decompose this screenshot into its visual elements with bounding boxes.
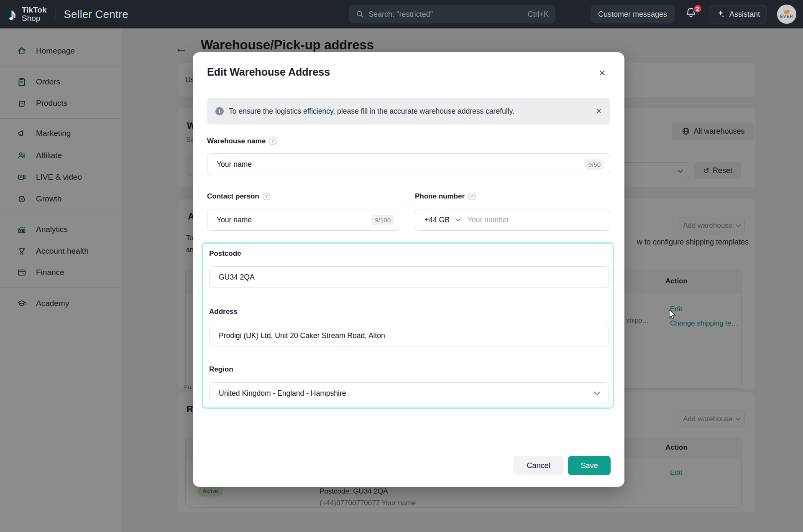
search-placeholder: Search: "restricted": [368, 10, 523, 19]
address-label: Address: [209, 308, 238, 316]
avatar-logo-icon: [783, 9, 790, 14]
topbar: ♪ TikTok Shop Seller Centre Search: "res…: [0, 0, 803, 28]
help-icon[interactable]: ?: [468, 193, 476, 200]
notification-badge: 2: [693, 4, 702, 13]
postcode-input[interactable]: [219, 273, 603, 282]
phone-number-label-text: Phone number: [415, 192, 465, 201]
chevron-down-icon: [594, 392, 600, 395]
region-value: United Kingdom - England - Hampshire: [219, 389, 594, 398]
brand-line2: Shop: [22, 14, 46, 23]
warehouse-name-input[interactable]: [217, 160, 585, 169]
modal-close-icon[interactable]: ✕: [598, 68, 606, 78]
search-shortcut: Ctrl+K: [527, 10, 549, 19]
postcode-label: Postcode: [209, 249, 241, 258]
tiktok-note-icon: ♪: [8, 6, 17, 23]
banner-close-icon[interactable]: ✕: [596, 107, 602, 116]
customer-messages-label: Customer messages: [598, 10, 667, 19]
warehouse-name-field: 9/50: [207, 153, 610, 175]
warehouse-name-label-text: Warehouse name: [207, 137, 266, 145]
topbar-right: Customer messages 2 Assistant EVER: [591, 5, 796, 23]
save-button[interactable]: Save: [568, 456, 611, 475]
help-icon[interactable]: ?: [263, 193, 270, 200]
cancel-button[interactable]: Cancel: [513, 456, 564, 475]
info-banner-text: To ensure the logistics efficiency, plea…: [229, 107, 591, 116]
modal-title: Edit Warehouse Address: [207, 66, 330, 78]
tiktok-shop-logo[interactable]: ♪ TikTok Shop: [8, 6, 46, 23]
address-input[interactable]: [219, 331, 603, 340]
mouse-cursor: [668, 309, 678, 320]
region-select[interactable]: United Kingdom - England - Hampshire: [209, 382, 609, 404]
search-input[interactable]: Search: "restricted" Ctrl+K: [349, 5, 555, 23]
assistant-label: Assistant: [729, 10, 760, 19]
help-icon[interactable]: ?: [269, 137, 276, 145]
assistant-button[interactable]: Assistant: [709, 5, 767, 23]
modal-info-banner: i To ensure the logistics efficiency, pl…: [207, 98, 610, 125]
country-code-select[interactable]: +44 GB: [425, 216, 450, 224]
contact-person-input[interactable]: [217, 216, 371, 224]
address-highlight-group: Postcode Address Region United Kingdom -…: [202, 242, 614, 409]
region-label: Region: [209, 365, 233, 374]
contact-person-label-text: Contact person: [207, 192, 259, 201]
account-avatar[interactable]: EVER: [777, 5, 796, 24]
warehouse-name-counter: 9/50: [585, 159, 604, 170]
phone-number-field: +44 GB: [415, 209, 610, 231]
brand-line1: TikTok: [22, 6, 46, 14]
brand-text: TikTok Shop: [22, 6, 46, 23]
contact-person-label: Contact person ?: [207, 192, 270, 201]
warehouse-name-label: Warehouse name ?: [207, 137, 276, 145]
phone-number-label: Phone number ?: [415, 192, 476, 201]
sparkle-icon: [716, 9, 726, 19]
edit-warehouse-address-modal: Edit Warehouse Address ✕ i To ensure the…: [193, 52, 624, 487]
contact-person-counter: 9/100: [371, 215, 394, 225]
info-icon: i: [215, 107, 224, 115]
phone-number-input[interactable]: [468, 216, 604, 224]
notifications-button[interactable]: 2: [685, 6, 699, 23]
customer-messages-button[interactable]: Customer messages: [591, 5, 675, 23]
chevron-down-icon[interactable]: [455, 218, 461, 221]
search-icon: [356, 10, 364, 18]
screen: ♪ TikTok Shop Seller Centre Search: "res…: [0, 0, 803, 532]
postcode-field: [209, 266, 609, 288]
topbar-divider: [56, 9, 56, 20]
avatar-text: EVER: [780, 14, 793, 19]
contact-person-field: 9/100: [207, 209, 400, 231]
seller-centre-title: Seller Centre: [64, 8, 128, 21]
address-field: [209, 325, 609, 346]
